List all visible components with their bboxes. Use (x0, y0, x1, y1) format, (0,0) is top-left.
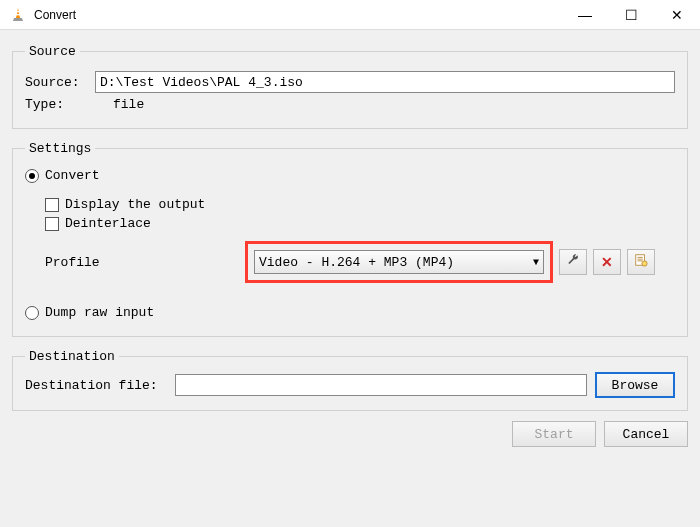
new-profile-button[interactable] (627, 249, 655, 275)
profile-value: Video - H.264 + MP3 (MP4) (259, 255, 454, 270)
destination-file-input[interactable] (175, 374, 587, 396)
edit-profile-button[interactable] (559, 249, 587, 275)
type-value: file (113, 97, 144, 112)
type-label: Type: (25, 97, 95, 112)
destination-legend: Destination (25, 349, 119, 364)
svg-rect-0 (16, 11, 20, 12)
display-output-checkbox[interactable] (45, 198, 59, 212)
source-input[interactable] (95, 71, 675, 93)
deinterlace-checkbox[interactable] (45, 217, 59, 231)
destination-file-label: Destination file: (25, 378, 175, 393)
settings-legend: Settings (25, 141, 95, 156)
dialog-buttons: Start Cancel (12, 421, 688, 447)
minimize-button[interactable]: — (562, 0, 608, 29)
start-button[interactable]: Start (512, 421, 596, 447)
svg-point-6 (642, 261, 647, 266)
window-controls: — ☐ ✕ (562, 0, 700, 29)
maximize-button[interactable]: ☐ (608, 0, 654, 29)
deinterlace-row[interactable]: Deinterlace (45, 216, 675, 231)
delete-icon: ✕ (601, 254, 613, 270)
titlebar: Convert — ☐ ✕ (0, 0, 700, 30)
cancel-button[interactable]: Cancel (604, 421, 688, 447)
settings-group: Settings Convert Display the output Dein… (12, 141, 688, 337)
dump-radio-label: Dump raw input (45, 305, 154, 320)
dump-radio[interactable] (25, 306, 39, 320)
svg-rect-1 (16, 14, 21, 15)
profile-label: Profile (45, 255, 245, 270)
convert-radio-label: Convert (45, 168, 100, 183)
window-title: Convert (34, 8, 562, 22)
source-legend: Source (25, 44, 80, 59)
close-button[interactable]: ✕ (654, 0, 700, 29)
chevron-down-icon: ▼ (533, 257, 539, 268)
profile-dropdown[interactable]: Video - H.264 + MP3 (MP4) ▼ (254, 250, 544, 274)
dump-radio-row[interactable]: Dump raw input (25, 305, 675, 320)
display-output-row[interactable]: Display the output (45, 197, 675, 212)
profile-highlight: Video - H.264 + MP3 (MP4) ▼ (245, 241, 553, 283)
convert-dialog: Convert — ☐ ✕ Source Source: Type: file … (0, 0, 700, 527)
delete-profile-button[interactable]: ✕ (593, 249, 621, 275)
browse-button[interactable]: Browse (595, 372, 675, 398)
source-label: Source: (25, 75, 95, 90)
wrench-icon (566, 253, 580, 271)
dialog-body: Source Source: Type: file Settings Conve… (0, 30, 700, 527)
destination-group: Destination Destination file: Browse (12, 349, 688, 411)
new-profile-icon (634, 253, 648, 271)
convert-radio[interactable] (25, 169, 39, 183)
source-group: Source Source: Type: file (12, 44, 688, 129)
vlc-icon (10, 7, 26, 23)
display-output-label: Display the output (65, 197, 205, 212)
convert-radio-row[interactable]: Convert (25, 168, 675, 183)
deinterlace-label: Deinterlace (65, 216, 151, 231)
